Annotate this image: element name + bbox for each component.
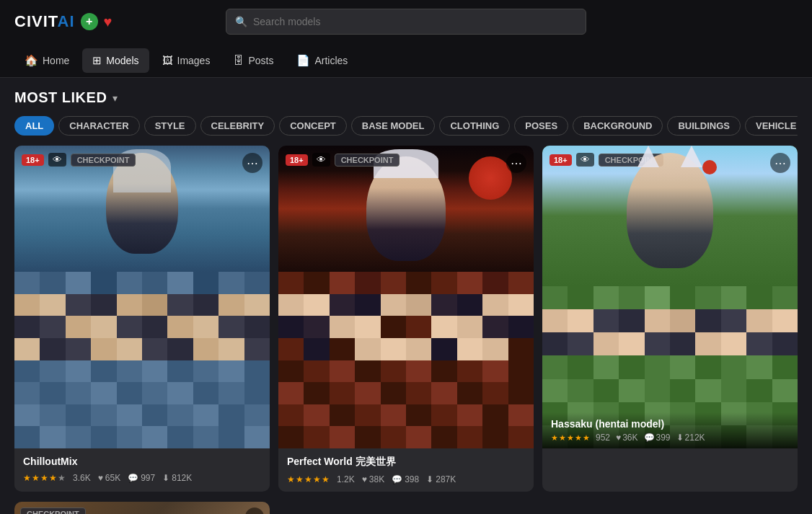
nav-posts[interactable]: 🗄 Posts (223, 48, 283, 72)
nav-articles[interactable]: 📄 Articles (286, 48, 358, 73)
home-icon: 🏠 (25, 54, 38, 67)
card-grid: 18+ 👁 CHECKPOINT ⋯ ChilloutMix ★ ★ ★ ★ ★… (0, 136, 812, 502)
card-chilloutmix[interactable]: 18+ 👁 CHECKPOINT ⋯ ChilloutMix ★ ★ ★ ★ ★… (14, 146, 270, 492)
tab-all[interactable]: ALL (14, 116, 54, 136)
partial-card-badges: CHECKPOINT (20, 508, 86, 514)
search-icon: 🔍 (235, 16, 247, 27)
partial-card[interactable]: CHECKPOINT ⋯ (14, 502, 270, 514)
search-input[interactable] (253, 16, 577, 27)
empty-cell-2 (278, 502, 534, 514)
nav: 🏠 Home ⊞ Models 🖼 Images 🗄 Posts 📄 Artic… (0, 43, 812, 78)
card3-title: Hassaku (hentai model) (551, 418, 789, 430)
sort-dropdown-arrow[interactable]: ▾ (112, 92, 118, 104)
card2-star-count: 1.2K (337, 474, 355, 484)
card3-menu[interactable]: ⋯ (770, 153, 790, 173)
nav-images[interactable]: 🖼 Images (152, 48, 221, 72)
filter-header: MOST LIKED ▾ (14, 89, 798, 106)
card2-stats: ★ ★ ★ ★ ★ 1.2K ♥ 38K 💬 398 ⬇ 287K (287, 474, 525, 484)
logo-ai: AI (58, 12, 75, 30)
comment-icon-2: 💬 (392, 474, 402, 484)
filter-section: MOST LIKED ▾ ALL CHARACTER STYLE CELEBRI… (0, 78, 812, 136)
images-icon: 🖼 (162, 54, 173, 66)
partial-type-badge: CHECKPOINT (20, 508, 86, 514)
card3-star-count: 952 (596, 433, 610, 443)
card2-badges: 18+ 👁 CHECKPOINT (286, 153, 400, 167)
empty-cell-3 (542, 502, 798, 514)
card3-stars: ★ ★ ★ ★ ★ (551, 433, 590, 443)
comment-icon-3: 💬 (644, 433, 655, 443)
nav-posts-label: Posts (248, 55, 273, 66)
logo-civit: CIVIT (14, 12, 58, 30)
search-bar: 🔍 (226, 9, 586, 35)
models-icon: ⊞ (92, 54, 102, 67)
tab-poses[interactable]: POSES (514, 116, 568, 136)
nav-home-label: Home (43, 55, 69, 66)
favorite-button[interactable]: ♥ (104, 14, 112, 30)
heart-icon-3: ♥ (616, 433, 621, 443)
card2-nsfw-badge: 👁 (312, 153, 330, 167)
card1-footer: ChilloutMix ★ ★ ★ ★ ★ 3.6K ♥ 65K 💬 997 (14, 448, 270, 490)
heart-icon-2: ♥ (362, 474, 367, 484)
card-perfectworld[interactable]: 18+ 👁 CHECKPOINT ⋯ Perfect World 完美世界 ★ … (278, 146, 534, 492)
card1-menu[interactable]: ⋯ (242, 153, 262, 173)
articles-icon: 📄 (296, 54, 310, 67)
card3-likes: ♥ 36K (616, 433, 637, 443)
card1-likes: ♥ 65K (98, 473, 120, 483)
nav-models-label: Models (106, 55, 138, 66)
card1-title: ChilloutMix (23, 456, 261, 467)
download-icon: ⬇ (162, 473, 169, 483)
card2-type-badge: CHECKPOINT (335, 154, 400, 167)
logo: CIVITAI + ♥ (14, 12, 112, 31)
card1-downloads: ⬇ 812K (162, 473, 192, 483)
tab-clothing[interactable]: CLOTHING (439, 116, 510, 136)
card3-downloads: ⬇ 212K (676, 433, 705, 443)
card2-menu[interactable]: ⋯ (506, 153, 526, 173)
card1-stats: ★ ★ ★ ★ ★ 3.6K ♥ 65K 💬 997 ⬇ 812K (23, 473, 261, 483)
nav-home[interactable]: 🏠 Home (14, 48, 79, 73)
card1-star-count: 3.6K (73, 473, 91, 483)
card2-likes: ♥ 38K (362, 474, 384, 484)
card3-comments: 💬 399 (644, 433, 671, 443)
card3-title-overlay: Hassaku (hentai model) ★ ★ ★ ★ ★ 952 ♥ 3… (542, 412, 798, 448)
logo-text: CIVITAI (14, 12, 75, 31)
tab-background[interactable]: BACKGROUND (573, 116, 663, 136)
card2-comments: 💬 398 (392, 474, 419, 484)
card-image-1: 18+ 👁 CHECKPOINT ⋯ (14, 146, 270, 448)
download-icon-3: ⬇ (676, 433, 684, 443)
card2-stars: ★ ★ ★ ★ ★ (287, 474, 330, 484)
category-tabs: ALL CHARACTER STYLE CELEBRITY CONCEPT BA… (14, 116, 798, 136)
card1-age-badge: 18+ (22, 154, 44, 166)
card-image-3: 18+ 👁 CHECKPOINT ⋯ Hassaku (hentai model… (542, 146, 798, 448)
add-button[interactable]: + (81, 13, 98, 30)
card2-downloads: ⬇ 287K (426, 474, 456, 484)
comment-icon: 💬 (128, 473, 138, 483)
card3-age-badge: 18+ (550, 154, 572, 166)
tab-buildings[interactable]: BUILDINGS (667, 116, 741, 136)
tab-celebrity[interactable]: CELEBRITY (200, 116, 275, 136)
posts-icon: 🗄 (233, 54, 244, 66)
card-image-2: 18+ 👁 CHECKPOINT ⋯ (278, 146, 534, 448)
tab-style[interactable]: STYLE (144, 116, 196, 136)
sort-label: MOST LIKED (14, 89, 107, 106)
card1-comments: 💬 997 (128, 473, 155, 483)
card-hassaku[interactable]: 18+ 👁 CHECKPOINT ⋯ Hassaku (hentai model… (542, 146, 798, 492)
heart-icon: ♥ (98, 473, 103, 483)
nav-articles-label: Articles (314, 55, 348, 66)
nav-images-label: Images (177, 55, 211, 66)
card1-type-badge: CHECKPOINT (71, 154, 136, 167)
download-icon-2: ⬇ (426, 474, 433, 484)
card2-title: Perfect World 完美世界 (287, 456, 525, 469)
tab-character[interactable]: CHARACTER (58, 116, 139, 136)
header: CIVITAI + ♥ 🔍 (0, 0, 812, 43)
card1-badges: 18+ 👁 CHECKPOINT (22, 153, 136, 167)
tab-vehicle[interactable]: VEHICLE (745, 116, 798, 136)
card2-footer: Perfect World 完美世界 ★ ★ ★ ★ ★ 1.2K ♥ 38K … (278, 448, 534, 492)
card1-nsfw-badge: 👁 (48, 153, 66, 167)
tab-base-model[interactable]: BASE MODEL (351, 116, 436, 136)
nav-models[interactable]: ⊞ Models (82, 48, 149, 73)
card2-age-badge: 18+ (286, 154, 308, 166)
tab-concept[interactable]: CONCEPT (279, 116, 347, 136)
card3-nsfw-badge: 👁 (576, 153, 594, 167)
card3-stats: ★ ★ ★ ★ ★ 952 ♥ 36K 💬 399 (551, 433, 789, 443)
card1-stars: ★ ★ ★ ★ ★ (23, 473, 66, 483)
